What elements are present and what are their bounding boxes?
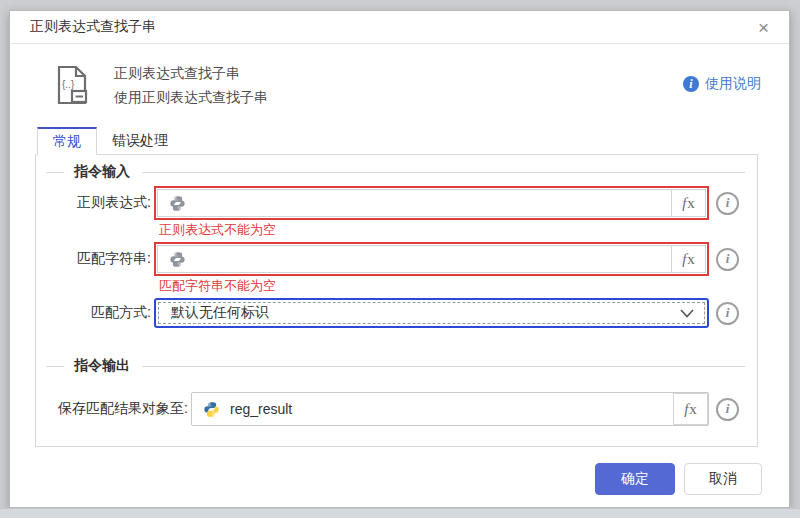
command-subtitle: 使用正则表达式查找子串 bbox=[114, 85, 268, 109]
command-description: 正则表达式查找子串 使用正则表达式查找子串 bbox=[114, 61, 268, 109]
match-mode-select[interactable]: 默认无任何标识 bbox=[154, 298, 709, 328]
output-label: 保存匹配结果对象至: bbox=[36, 400, 191, 418]
match-mode-info-icon[interactable]: i bbox=[716, 302, 739, 325]
regex-info-icon[interactable]: i bbox=[716, 192, 739, 215]
dialog-regex-find-substring: 正则表达式查找子串 × {..} 正则表达式查找子串 使用正则表达式查找子串 i… bbox=[9, 10, 790, 508]
match-mode-selected-value: 默认无任何标识 bbox=[171, 304, 680, 322]
tab-panel-general: 指令输入 正则表达式: fx bbox=[35, 154, 758, 447]
close-icon[interactable]: × bbox=[752, 16, 775, 39]
svg-text:{..}: {..} bbox=[62, 79, 75, 90]
info-filled-icon: i bbox=[683, 76, 699, 92]
match-string-error-message: 匹配字符串不能为空 bbox=[159, 277, 739, 294]
field-row-output: 保存匹配结果对象至: fx i bbox=[36, 392, 739, 426]
python-gray-icon bbox=[169, 251, 186, 268]
screen: 正则表达式查找子串 × {..} 正则表达式查找子串 使用正则表达式查找子串 i… bbox=[0, 0, 800, 518]
ok-button[interactable]: 确定 bbox=[595, 463, 675, 495]
field-row-match-string: 匹配字符串: fx i bbox=[36, 242, 739, 276]
tab-general[interactable]: 常规 bbox=[37, 127, 97, 155]
usage-help-link[interactable]: i 使用说明 bbox=[683, 75, 761, 93]
section-input-legend: 指令输入 bbox=[36, 163, 739, 181]
python-color-icon bbox=[203, 401, 220, 418]
match-string-label: 匹配字符串: bbox=[36, 250, 154, 268]
command-title: 正则表达式查找子串 bbox=[114, 61, 268, 85]
tab-bar: 常规 错误处理 bbox=[37, 127, 758, 154]
match-string-info-icon[interactable]: i bbox=[716, 248, 739, 271]
regex-document-icon: {..} bbox=[52, 64, 92, 106]
output-variable-input[interactable] bbox=[220, 401, 673, 417]
dialog-footer: 确定 取消 bbox=[10, 447, 789, 495]
taskbar-strip bbox=[0, 508, 800, 518]
section-output-legend: 指令输出 bbox=[36, 357, 739, 375]
python-gray-icon bbox=[169, 195, 186, 212]
regex-input[interactable] bbox=[186, 195, 671, 211]
command-header: {..} 正则表达式查找子串 使用正则表达式查找子串 i 使用说明 bbox=[10, 44, 789, 109]
section-input-title: 指令输入 bbox=[74, 163, 130, 181]
regex-fx-button[interactable]: fx bbox=[671, 189, 706, 217]
regex-error-message: 正则表达式不能为空 bbox=[159, 221, 739, 238]
field-row-regex: 正则表达式: fx i bbox=[36, 186, 739, 220]
match-string-fx-button[interactable]: fx bbox=[671, 245, 706, 273]
match-string-input-group: fx bbox=[154, 242, 709, 276]
regex-label: 正则表达式: bbox=[36, 194, 154, 212]
chevron-down-icon bbox=[680, 309, 694, 318]
output-info-icon[interactable]: i bbox=[716, 398, 739, 421]
title-bar: 正则表达式查找子串 × bbox=[10, 11, 789, 44]
cancel-button[interactable]: 取消 bbox=[684, 463, 762, 495]
window-title: 正则表达式查找子串 bbox=[30, 18, 156, 36]
regex-input-group: fx bbox=[154, 186, 709, 220]
output-fx-button[interactable]: fx bbox=[673, 393, 708, 425]
match-string-input[interactable] bbox=[186, 251, 671, 267]
match-mode-label: 匹配方式: bbox=[36, 304, 154, 322]
section-output-title: 指令输出 bbox=[74, 357, 130, 375]
tab-error-handling[interactable]: 错误处理 bbox=[97, 127, 183, 154]
output-input-group: fx bbox=[191, 392, 709, 426]
usage-help-label: 使用说明 bbox=[705, 75, 761, 93]
field-row-match-mode: 匹配方式: 默认无任何标识 i bbox=[36, 298, 739, 328]
